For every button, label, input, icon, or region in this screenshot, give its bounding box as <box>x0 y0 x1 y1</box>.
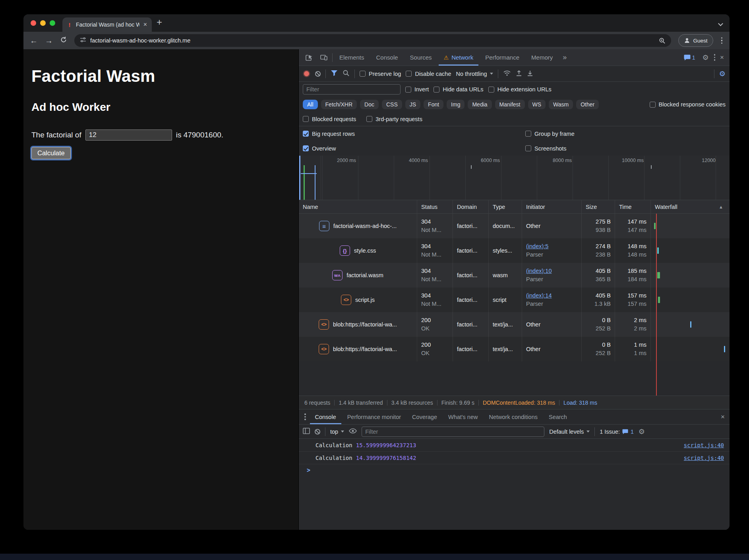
console-eye-button[interactable] <box>349 428 357 435</box>
invert-checkbox[interactable] <box>405 87 411 93</box>
initiator-link[interactable]: (index):14 <box>526 292 577 300</box>
devtools-tab-elements[interactable]: Elements <box>334 49 370 66</box>
blocked-requests-option[interactable]: Blocked requests <box>303 116 356 122</box>
column-header-name[interactable]: Name <box>299 200 417 213</box>
blocked-response-cookies-checkbox[interactable] <box>650 102 656 108</box>
devtools-tab-console[interactable]: Console <box>371 49 403 66</box>
devtools-close-button[interactable]: × <box>718 53 726 62</box>
console-settings-button[interactable]: ⚙ <box>639 428 645 435</box>
console-prompt[interactable]: > <box>299 464 730 476</box>
hide-data-urls-option[interactable]: Hide data URLs <box>434 86 483 93</box>
clear-console-button[interactable] <box>315 429 320 434</box>
table-row[interactable]: <> script.js 304Not M... factori... scri… <box>299 288 730 312</box>
clear-network-log-button[interactable] <box>315 71 321 77</box>
devtools-tab-sources[interactable]: Sources <box>405 49 437 66</box>
close-window-button[interactable] <box>31 20 36 26</box>
big-request-rows-checkbox[interactable] <box>303 131 309 137</box>
drawer-close-button[interactable]: × <box>718 413 727 421</box>
devtools-tab-performance[interactable]: Performance <box>480 49 524 66</box>
issues-link[interactable]: 1 Issue: 1 <box>600 429 634 435</box>
devtools-menu-button[interactable] <box>713 53 716 62</box>
url-bar[interactable]: factorial-wasm-ad-hoc-worker.glitch.me <box>74 34 671 47</box>
blocked-requests-checkbox[interactable] <box>303 116 309 122</box>
network-filter-input[interactable] <box>303 84 401 95</box>
filter-chip-font[interactable]: Font <box>424 100 443 109</box>
drawer-tab-coverage[interactable]: Coverage <box>407 409 442 424</box>
hide-extension-urls-checkbox[interactable] <box>488 87 494 93</box>
group-by-frame-checkbox[interactable] <box>525 131 531 137</box>
forward-button[interactable]: → <box>45 37 53 44</box>
table-row[interactable]: {} style.css 304Not M... factori... styl… <box>299 238 730 263</box>
hide-data-urls-checkbox[interactable] <box>434 87 439 93</box>
console-context-dropdown[interactable]: top <box>330 429 344 435</box>
table-row[interactable]: <> blob:https://factorial-wa... 200OK fa… <box>299 312 730 337</box>
initiator-link[interactable]: (index):5 <box>526 242 577 251</box>
minimize-window-button[interactable] <box>40 20 46 26</box>
console-filter-input[interactable] <box>362 427 544 437</box>
console-sidebar-toggle[interactable] <box>303 428 310 435</box>
reload-button[interactable] <box>60 36 67 45</box>
filter-chip-css[interactable]: CSS <box>382 100 402 109</box>
network-timeline-overview[interactable]: 2000 ms 4000 ms 6000 ms 8000 ms 10000 ms… <box>299 156 730 200</box>
factorial-input[interactable] <box>85 129 172 141</box>
drawer-menu-button[interactable] <box>304 413 307 421</box>
third-party-requests-option[interactable]: 3rd-party requests <box>366 116 422 122</box>
group-by-frame-option[interactable]: Group by frame <box>525 131 726 137</box>
console-levels-dropdown[interactable]: Default levels <box>549 429 590 435</box>
table-row[interactable]: WA factorial.wasm 304Not M... factori...… <box>299 263 730 288</box>
fullscreen-window-button[interactable] <box>50 20 55 26</box>
third-party-requests-checkbox[interactable] <box>366 116 372 122</box>
filter-toggle-button[interactable] <box>331 70 338 77</box>
drawer-tab-network-conditions[interactable]: Network conditions <box>484 409 543 424</box>
filter-chip-all[interactable]: All <box>303 100 318 109</box>
filter-chip-fetch-xhr[interactable]: Fetch/XHR <box>321 100 357 109</box>
filter-chip-js[interactable]: JS <box>405 100 420 109</box>
column-header-type[interactable]: Type <box>489 200 522 213</box>
record-network-log-button[interactable] <box>304 71 309 76</box>
big-request-rows-option[interactable]: Big request rows <box>303 131 521 137</box>
hide-extension-urls-option[interactable]: Hide extension URLs <box>488 86 552 93</box>
back-button[interactable]: ← <box>30 37 38 44</box>
devtools-tab-memory[interactable]: Memory <box>526 49 558 66</box>
devtools-tab-network[interactable]: ⚠ Network <box>439 49 479 66</box>
disable-cache-checkbox[interactable] <box>406 71 412 77</box>
invert-option[interactable]: Invert <box>405 86 429 93</box>
throttling-dropdown[interactable]: No throttling <box>456 71 493 77</box>
column-header-size[interactable]: Size <box>582 200 615 213</box>
issues-counter-button[interactable]: 1 <box>681 53 698 62</box>
browser-tab[interactable]: ! Factorial Wasm (ad hoc Work × <box>62 17 152 32</box>
network-search-button[interactable] <box>343 70 350 78</box>
devtools-settings-button[interactable]: ⚙ <box>699 52 711 63</box>
column-header-domain[interactable]: Domain <box>453 200 489 213</box>
import-har-button[interactable] <box>516 70 522 78</box>
column-header-status[interactable]: Status <box>417 200 453 213</box>
filter-chip-ws[interactable]: WS <box>528 100 546 109</box>
drawer-tab-whats-new[interactable]: What's new <box>443 409 483 424</box>
browser-menu-button[interactable] <box>720 37 724 45</box>
console-message[interactable]: Calculation 14.399999976158142 script.js… <box>299 452 730 464</box>
filter-chip-wasm[interactable]: Wasm <box>549 100 573 109</box>
filter-chip-manifest[interactable]: Manifest <box>495 100 525 109</box>
screenshots-option[interactable]: Screenshots <box>525 145 726 152</box>
console-message[interactable]: Calculation 15.599999964237213 script.js… <box>299 439 730 452</box>
message-source-link[interactable]: script.js:40 <box>684 455 724 461</box>
device-toolbar-button[interactable] <box>317 52 331 63</box>
new-tab-button[interactable]: + <box>152 17 167 29</box>
tab-search-button[interactable] <box>719 20 722 27</box>
more-tabs-button[interactable]: » <box>559 53 570 62</box>
drawer-tab-search[interactable]: Search <box>544 409 572 424</box>
calculate-button[interactable]: Calculate <box>31 147 71 159</box>
profile-button[interactable]: Guest <box>678 34 713 47</box>
overview-checkbox[interactable] <box>303 145 309 151</box>
column-header-time[interactable]: Time <box>615 200 651 213</box>
filter-chip-other[interactable]: Other <box>576 100 599 109</box>
preserve-log-checkbox[interactable] <box>360 71 366 77</box>
column-header-waterfall[interactable]: Waterfall ▲ <box>651 200 730 213</box>
table-row[interactable]: <> blob:https://factorial-wa... 200OK fa… <box>299 337 730 361</box>
filter-chip-img[interactable]: Img <box>447 100 464 109</box>
zoom-indicator[interactable] <box>659 37 666 44</box>
initiator-link[interactable]: (index):10 <box>526 267 577 275</box>
drawer-tab-performance-monitor[interactable]: Performance monitor <box>342 409 406 424</box>
tab-close-icon[interactable]: × <box>143 21 148 29</box>
blocked-response-cookies-option[interactable]: Blocked response cookies <box>650 101 726 108</box>
